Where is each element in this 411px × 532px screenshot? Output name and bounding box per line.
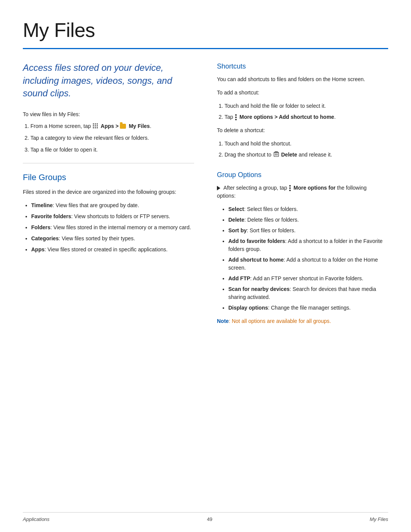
- footer-right: My Files: [370, 516, 388, 523]
- right-column: Shortcuts You can add shortcuts to files…: [217, 61, 384, 336]
- footer-center: 49: [207, 516, 212, 523]
- delete-step-1: Touch and hold the shortcut.: [225, 140, 384, 148]
- add-favorite-term: Add to favorite folders: [228, 238, 285, 244]
- group-option-delete: Delete: Delete files or folders.: [228, 216, 384, 224]
- apps-term: Apps: [31, 246, 45, 252]
- step-1: From a Home screen, tap: [30, 122, 194, 130]
- group-options-heading: Group Options: [217, 170, 384, 180]
- delete-def: : Delete files or folders.: [244, 217, 299, 223]
- folders-term: Folders: [31, 224, 51, 230]
- display-def: : Change the file manager settings.: [268, 305, 350, 311]
- step-2: Tap a category to view the relevant file…: [30, 134, 194, 142]
- folders-def: : View files stored in the internal memo…: [51, 224, 191, 230]
- group-options-intro: After selecting a group, tap More option…: [217, 184, 384, 200]
- favorite-folders-term: Favorite folders: [31, 213, 71, 219]
- svg-rect-0: [93, 123, 94, 125]
- svg-rect-11: [275, 152, 277, 152]
- folder-icon: [120, 124, 126, 129]
- group-option-add-favorite: Add to favorite folders: Add a shortcut …: [228, 237, 384, 253]
- list-item-folders: Folders: View files stored in the intern…: [31, 224, 194, 232]
- shortcuts-section: Shortcuts You can add shortcuts to files…: [217, 61, 384, 159]
- view-files-label: To view files in My Files:: [23, 110, 194, 118]
- categories-def: : View files sorted by their types.: [59, 235, 135, 241]
- file-groups-divider: [23, 163, 194, 163]
- left-column: Access files stored on your device, incl…: [23, 61, 194, 336]
- list-item-timeline: Timeline: View files that are grouped by…: [31, 201, 194, 209]
- delete-shortcut-steps: Touch and hold the shortcut. Drag the sh…: [217, 140, 384, 159]
- more-options-label-group: More options for: [293, 185, 335, 191]
- page-title: My Files: [23, 15, 388, 45]
- my-files-label: My Files: [129, 123, 150, 129]
- svg-rect-4: [95, 125, 96, 126]
- delete-shortcut-label: To delete a shortcut:: [217, 126, 384, 134]
- sort-by-def: : Sort files or folders.: [247, 227, 295, 233]
- trash-icon: [274, 151, 279, 159]
- note-text: Note: Not all options are available for …: [217, 317, 384, 325]
- page-footer: Applications 49 My Files: [23, 512, 388, 523]
- more-options-icon-group: [289, 185, 291, 191]
- group-option-sort-by: Sort by: Sort files or folders.: [228, 227, 384, 235]
- add-step-1: Touch and hold the file or folder to sel…: [225, 102, 384, 110]
- favorite-folders-def: : View shortcuts to folders or FTP serve…: [71, 213, 170, 219]
- list-item-apps: Apps: View files stored or created in sp…: [31, 246, 194, 254]
- note-label: Note: [217, 318, 229, 324]
- file-groups-heading: File Groups: [23, 171, 194, 184]
- steps-list: From a Home screen, tap: [23, 122, 194, 154]
- note-body: : Not all options are available for all …: [229, 318, 331, 324]
- arrow-triangle-icon: [217, 186, 220, 190]
- file-groups-intro: Files stored in the device are organized…: [23, 188, 194, 196]
- add-ftp-def: : Add an FTP server shortcut in Favorite…: [250, 275, 363, 281]
- svg-rect-5: [97, 125, 98, 126]
- add-shortcut-steps: Touch and hold the file or folder to sel…: [217, 102, 384, 121]
- group-option-display: Display options: Change the file manager…: [228, 304, 384, 312]
- group-options-section: Group Options After selecting a group, t…: [217, 170, 384, 325]
- more-options-label-add: More options > Add shortcut to home: [239, 114, 334, 120]
- shortcuts-intro: You can add shortcuts to files and folde…: [217, 75, 384, 83]
- step-3: Tap a file or folder to open it.: [30, 146, 194, 154]
- shortcuts-heading: Shortcuts: [217, 61, 384, 72]
- timeline-term: Timeline: [31, 202, 53, 208]
- main-content: Access files stored on your device, incl…: [23, 61, 388, 336]
- svg-rect-1: [95, 123, 96, 125]
- svg-rect-8: [97, 127, 98, 128]
- sort-by-term: Sort by: [228, 227, 247, 233]
- select-def: : Select files or folders.: [244, 206, 298, 212]
- add-shortcut-label: To add a shortcut:: [217, 89, 384, 97]
- delete-label: Delete: [281, 152, 297, 158]
- delete-step-2: Drag the shortcut to Delete an: [225, 151, 384, 159]
- select-term: Select: [228, 206, 244, 212]
- timeline-def: : View files that are grouped by date.: [53, 202, 139, 208]
- categories-term: Categories: [31, 235, 59, 241]
- header-rule: [23, 48, 388, 49]
- group-option-add-shortcut: Add shortcut to home: Add a shortcut to …: [228, 256, 384, 272]
- svg-rect-2: [97, 123, 98, 125]
- group-option-select: Select: Select files or folders.: [228, 205, 384, 213]
- add-shortcut-term: Add shortcut to home: [228, 257, 284, 263]
- list-item-categories: Categories: View files sorted by their t…: [31, 235, 194, 243]
- more-options-icon-add: [235, 114, 237, 120]
- add-ftp-term: Add FTP: [228, 275, 250, 281]
- group-option-scan: Scan for nearby devices: Search for devi…: [228, 285, 384, 301]
- svg-rect-3: [93, 125, 94, 126]
- group-option-add-ftp: Add FTP: Add an FTP server shortcut in F…: [228, 275, 384, 283]
- display-term: Display options: [228, 305, 268, 311]
- apps-def: : View files stored or created in specif…: [45, 246, 167, 252]
- list-item-favorite-folders: Favorite folders: View shortcuts to fold…: [31, 212, 194, 220]
- scan-term: Scan for nearby devices: [228, 286, 290, 292]
- footer-left: Applications: [23, 516, 49, 523]
- apps-label: Apps >: [101, 123, 119, 129]
- svg-rect-6: [93, 127, 94, 128]
- intro-text: Access files stored on your device, incl…: [23, 61, 194, 100]
- delete-term: Delete: [228, 217, 244, 223]
- svg-rect-7: [95, 127, 96, 128]
- group-options-list: Select: Select files or folders. Delete:…: [217, 205, 384, 312]
- add-step-2: Tap More options > Add shortcut to home.: [225, 113, 384, 121]
- file-groups-list: Timeline: View files that are grouped by…: [23, 201, 194, 254]
- apps-icon: [92, 123, 99, 129]
